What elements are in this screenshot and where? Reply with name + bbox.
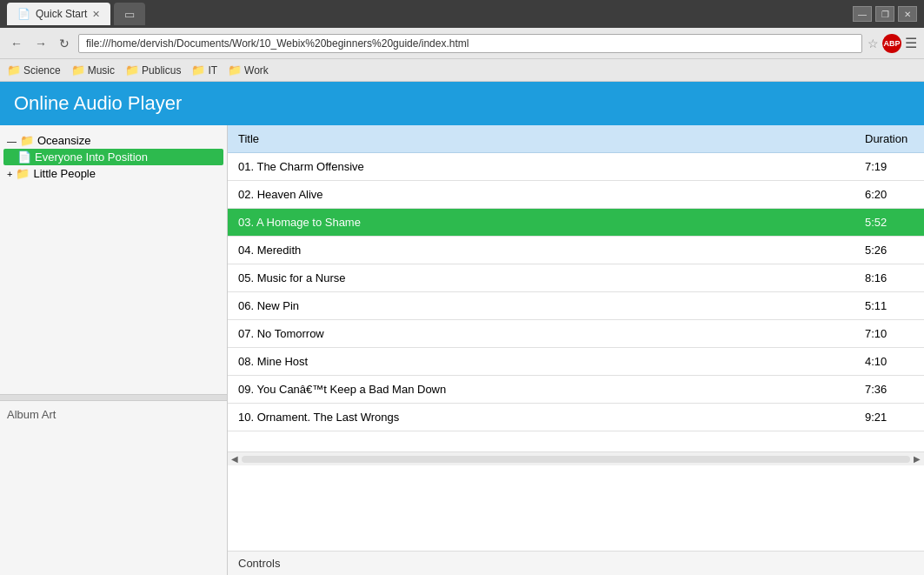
folder-icon: 📁 bbox=[16, 167, 30, 180]
app-body: — 📁 Oceansize 📄 Everyone Into Position +… bbox=[0, 125, 924, 575]
track-title-cell: 03. A Homage to Shame bbox=[228, 209, 854, 237]
table-row[interactable]: 03. A Homage to Shame5:52 bbox=[228, 209, 924, 237]
col-title: Title bbox=[228, 125, 854, 153]
bookmark-publicus[interactable]: 📁 Publicus bbox=[125, 64, 181, 77]
track-list-container: Title Duration 01. The Charm Offensive7:… bbox=[228, 125, 924, 551]
folder-icon: 📁 bbox=[71, 64, 85, 77]
window-controls: — ❐ ✕ bbox=[853, 6, 917, 22]
track-duration-cell: 6:20 bbox=[854, 181, 924, 209]
active-tab[interactable]: 📄 Quick Start ✕ bbox=[7, 3, 110, 25]
sidebar: — 📁 Oceansize 📄 Everyone Into Position +… bbox=[0, 125, 228, 575]
folder-icon: 📁 bbox=[20, 134, 34, 147]
inactive-tab[interactable]: ▭ bbox=[114, 3, 145, 25]
tree-item-oceansize[interactable]: — 📁 Oceansize bbox=[3, 132, 223, 149]
tree-label-oceansize: Oceansize bbox=[37, 134, 90, 147]
table-row[interactable]: 10. Ornament. The Last Wrongs9:21 bbox=[228, 404, 924, 431]
adblock-button[interactable]: ABP bbox=[882, 34, 901, 53]
col-duration: Duration bbox=[854, 125, 924, 153]
tab-label: Quick Start bbox=[36, 8, 87, 20]
album-art-label: Album Art bbox=[7, 408, 56, 421]
track-duration-cell: 5:52 bbox=[854, 209, 924, 237]
bookmark-it[interactable]: 📁 IT bbox=[191, 64, 217, 77]
track-title-cell: 08. Mine Host bbox=[228, 348, 854, 376]
nav-bar: ← → ↻ file:///home/dervish/Documents/Wor… bbox=[0, 28, 924, 59]
track-title-cell: 01. The Charm Offensive bbox=[228, 153, 854, 181]
tab-page-icon: 📄 bbox=[17, 8, 30, 20]
scroll-track bbox=[242, 456, 910, 463]
tree-item-eip[interactable]: 📄 Everyone Into Position bbox=[3, 149, 223, 165]
tree-label-little-people: Little People bbox=[33, 167, 96, 180]
reload-button[interactable]: ↻ bbox=[56, 35, 73, 52]
track-duration-cell: 8:16 bbox=[854, 264, 924, 292]
track-duration-cell: 7:36 bbox=[854, 376, 924, 404]
track-title-cell: 07. No Tomorrow bbox=[228, 320, 854, 348]
track-title-cell: 06. New Pin bbox=[228, 292, 854, 320]
bookmark-science[interactable]: 📁 Science bbox=[7, 64, 61, 77]
minimize-button[interactable]: — bbox=[853, 6, 872, 22]
track-title-cell: 05. Music for a Nurse bbox=[228, 264, 854, 292]
file-icon: 📄 bbox=[17, 150, 31, 164]
tree-area: — 📁 Oceansize 📄 Everyone Into Position +… bbox=[0, 125, 227, 394]
app-wrapper: Online Audio Player — 📁 Oceansize 📄 Ever… bbox=[0, 82, 924, 575]
horizontal-scrollbar[interactable]: ◀ ▶ bbox=[228, 451, 924, 465]
scroll-area[interactable]: Title Duration 01. The Charm Offensive7:… bbox=[228, 125, 924, 451]
restore-button[interactable]: ❐ bbox=[875, 6, 894, 22]
table-row[interactable]: 07. No Tomorrow7:10 bbox=[228, 320, 924, 348]
forward-button[interactable]: → bbox=[31, 35, 50, 52]
track-duration-cell: 5:11 bbox=[854, 292, 924, 320]
table-row[interactable]: 08. Mine Host4:10 bbox=[228, 348, 924, 376]
track-title-cell: 02. Heaven Alive bbox=[228, 181, 854, 209]
nav-icons: ☆ ABP ☰ bbox=[867, 34, 917, 53]
app-header: Online Audio Player bbox=[0, 82, 924, 125]
controls-bar: Controls bbox=[228, 551, 924, 575]
scroll-left-arrow[interactable]: ◀ bbox=[231, 454, 238, 464]
bookmark-work[interactable]: 📁 Work bbox=[228, 64, 269, 77]
bookmark-label: IT bbox=[208, 64, 217, 77]
inactive-tab-icon: ▭ bbox=[124, 8, 135, 21]
folder-icon: 📁 bbox=[125, 64, 139, 77]
main-content: Title Duration 01. The Charm Offensive7:… bbox=[228, 125, 924, 575]
controls-label: Controls bbox=[238, 557, 280, 570]
bookmark-label: Work bbox=[244, 64, 269, 77]
bookmark-label: Science bbox=[23, 64, 61, 77]
tab-close-button[interactable]: ✕ bbox=[92, 9, 100, 20]
bookmarks-bar: 📁 Science 📁 Music 📁 Publicus 📁 IT 📁 Work bbox=[0, 59, 924, 82]
bookmark-label: Publicus bbox=[142, 64, 181, 77]
folder-icon: 📁 bbox=[228, 64, 242, 77]
table-header-row: Title Duration bbox=[228, 125, 924, 153]
bookmark-star-icon[interactable]: ☆ bbox=[867, 37, 879, 50]
app-title: Online Audio Player bbox=[14, 92, 182, 114]
back-button[interactable]: ← bbox=[7, 35, 26, 52]
track-title-cell: 04. Meredith bbox=[228, 237, 854, 264]
track-title-cell: 10. Ornament. The Last Wrongs bbox=[228, 404, 854, 431]
track-table: Title Duration 01. The Charm Offensive7:… bbox=[228, 125, 924, 431]
title-bar: 📄 Quick Start ✕ ▭ — ❐ ✕ bbox=[0, 0, 924, 28]
browser-chrome: 📄 Quick Start ✕ ▭ — ❐ ✕ ← → ↻ file:///ho… bbox=[0, 0, 924, 82]
sidebar-resize-handle[interactable] bbox=[0, 394, 227, 401]
url-bar[interactable]: file:///home/dervish/Documents/Work/10_W… bbox=[78, 34, 862, 53]
tree-item-little-people[interactable]: + 📁 Little People bbox=[3, 165, 223, 182]
menu-button[interactable]: ☰ bbox=[905, 35, 917, 51]
tree-label-eip: Everyone Into Position bbox=[35, 150, 148, 164]
table-row[interactable]: 02. Heaven Alive6:20 bbox=[228, 181, 924, 209]
url-text: file:///home/dervish/Documents/Work/10_W… bbox=[86, 37, 854, 50]
track-duration-cell: 5:26 bbox=[854, 237, 924, 264]
album-art-area: Album Art bbox=[0, 401, 227, 575]
track-duration-cell: 7:19 bbox=[854, 153, 924, 181]
track-duration-cell: 7:10 bbox=[854, 320, 924, 348]
track-duration-cell: 4:10 bbox=[854, 348, 924, 376]
scroll-right-arrow[interactable]: ▶ bbox=[914, 454, 921, 464]
folder-icon: 📁 bbox=[7, 64, 21, 77]
track-title-cell: 09. You Canâ€™t Keep a Bad Man Down bbox=[228, 376, 854, 404]
table-row[interactable]: 06. New Pin5:11 bbox=[228, 292, 924, 320]
table-row[interactable]: 05. Music for a Nurse8:16 bbox=[228, 264, 924, 292]
close-button[interactable]: ✕ bbox=[898, 6, 917, 22]
collapse-icon: — bbox=[7, 136, 17, 146]
table-row[interactable]: 01. The Charm Offensive7:19 bbox=[228, 153, 924, 181]
bookmark-music[interactable]: 📁 Music bbox=[71, 64, 115, 77]
table-row[interactable]: 09. You Canâ€™t Keep a Bad Man Down7:36 bbox=[228, 376, 924, 404]
expand-icon: + bbox=[7, 169, 12, 179]
bookmark-label: Music bbox=[88, 64, 115, 77]
track-duration-cell: 9:21 bbox=[854, 404, 924, 431]
table-row[interactable]: 04. Meredith5:26 bbox=[228, 237, 924, 264]
